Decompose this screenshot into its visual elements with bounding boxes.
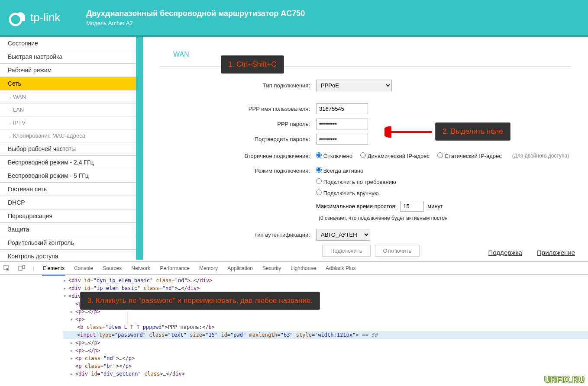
sidebar-item-0[interactable]: Состояние <box>0 37 136 50</box>
inspect-icon[interactable] <box>3 265 10 272</box>
auth-select[interactable]: АВТО_АУТЕН <box>316 229 370 241</box>
footer-links: Поддержка Приложение <box>475 249 575 256</box>
sidebar-item-10[interactable]: Беспроводной режим - 5 ГГц <box>0 169 136 183</box>
ppp-user-input[interactable] <box>316 103 368 114</box>
sidebar-item-9[interactable]: Беспроводной режим - 2,4 ГГц <box>0 156 136 169</box>
sidebar-item-6[interactable]: - IPTV <box>0 116 136 129</box>
sidebar-item-14[interactable]: Защита <box>0 223 136 236</box>
idle-label: Максимальное время простоя: <box>316 203 397 209</box>
svg-rect-5 <box>23 265 25 269</box>
devtools-toolbar: | ElementsConsoleSourcesNetworkPerforman… <box>0 262 588 275</box>
sec-opt-dyn[interactable]: Динамический IP-адрес <box>360 152 430 159</box>
annotation-red-line <box>128 307 128 328</box>
idle-input[interactable] <box>400 201 424 212</box>
product-model: Модель Archer A2 <box>86 20 305 26</box>
devtools-tab-console[interactable]: Console <box>73 262 94 275</box>
sidebar-nav: СостояниеБыстрая настройкаРабочий режимС… <box>0 37 139 260</box>
ppp-pwd-label: PPP пароль: <box>160 121 316 127</box>
mode-always[interactable]: Всегда активно <box>316 167 363 174</box>
sidebar-item-15[interactable]: Родительский контроль <box>0 236 136 250</box>
idle-unit: минут <box>427 203 443 209</box>
ppp-pwd-input[interactable] <box>316 119 368 129</box>
main-content: WAN Тип подключения: PPPoE PPP имя польз… <box>143 37 588 260</box>
app-link[interactable]: Приложение <box>537 249 575 256</box>
sidebar-item-11[interactable]: Гостевая сеть <box>0 183 136 196</box>
tplink-logo-icon <box>9 9 26 26</box>
devtools-tab-application[interactable]: Application <box>226 262 254 275</box>
disconnect-button[interactable]: Отключить <box>375 245 420 257</box>
ppp-pwd2-label: Подтвердить пароль: <box>160 136 316 142</box>
support-link[interactable]: Поддержка <box>488 249 522 256</box>
sidebar-item-8[interactable]: Выбор рабочей частоты <box>0 142 136 156</box>
annotation-1: 1. Ctrl+Shift+C <box>221 55 284 74</box>
devtools-tab-lighthouse[interactable]: Lighthouse <box>290 262 317 275</box>
secondary-note: (Для двойного доступа) <box>512 153 569 159</box>
sidebar-item-3[interactable]: Сеть <box>0 77 136 90</box>
annotation-3: 3. Кликнуть по "password" и переименоват… <box>80 292 320 310</box>
conn-type-label: Тип подключения: <box>160 82 316 89</box>
ppp-pwd2-input[interactable] <box>316 134 368 145</box>
auth-label: Тип аутентификации: <box>160 232 316 238</box>
idle-note: (0 означает, что подключение будет актив… <box>319 215 448 221</box>
header-title-block: Двухдиапазонный беспроводной маршрутизат… <box>86 9 305 26</box>
sidebar-resize-handle[interactable] <box>139 37 143 260</box>
ppp-user-label: PPP имя пользователя: <box>160 106 316 112</box>
devtools-tab-elements[interactable]: Elements <box>42 262 65 276</box>
sidebar-item-5[interactable]: - LAN <box>0 103 136 116</box>
sidebar-item-16[interactable]: Контроль доступа <box>0 250 136 260</box>
devtools-tab-performance[interactable]: Performance <box>159 262 191 275</box>
devtools-tab-memory[interactable]: Memory <box>198 262 219 275</box>
sidebar-item-7[interactable]: - Клонирование MAC-адреса <box>0 129 136 142</box>
device-icon[interactable] <box>18 265 25 272</box>
sidebar-item-2[interactable]: Рабочий режим <box>0 64 136 77</box>
svg-rect-4 <box>19 266 22 270</box>
sec-opt-static[interactable]: Статический IP-адрес <box>437 152 502 159</box>
conn-mode-label: Режим подключения: <box>160 167 316 174</box>
devtools-elements-tree[interactable]: ▸<div id="dyn_ip_elem_basic" class="nd">… <box>0 275 588 377</box>
connect-button[interactable]: Подключить <box>322 245 371 257</box>
app-header: tp-link Двухдиапазонный беспроводной мар… <box>0 0 588 37</box>
devtools-tab-security[interactable]: Security <box>262 262 282 275</box>
watermark: URFIX.RU <box>544 375 585 384</box>
product-title: Двухдиапазонный беспроводной маршрутизат… <box>86 9 305 18</box>
annotation-arrow-icon <box>384 126 434 139</box>
sidebar-item-13[interactable]: Переадресация <box>0 209 136 223</box>
mode-demand[interactable]: Подключить по требованию <box>316 178 396 185</box>
logo: tp-link <box>9 9 60 26</box>
sidebar-item-4[interactable]: - WAN <box>0 90 136 103</box>
svg-point-0 <box>10 14 21 25</box>
devtools-panel: | ElementsConsoleSourcesNetworkPerforman… <box>0 261 588 377</box>
sidebar-item-1[interactable]: Быстрая настройка <box>0 50 136 64</box>
devtools-tab-adblock plus[interactable]: Adblock Plus <box>325 262 356 275</box>
devtools-tab-network[interactable]: Network <box>130 262 151 275</box>
mode-manual[interactable]: Подключить вручную <box>316 190 378 196</box>
conn-type-select[interactable]: PPPoE <box>316 80 392 91</box>
secondary-label: Вторичное подключение: <box>160 153 316 159</box>
logo-text: tp-link <box>30 11 60 24</box>
sidebar-item-12[interactable]: DHCP <box>0 196 136 209</box>
devtools-tab-sources[interactable]: Sources <box>102 262 123 275</box>
sec-opt-off[interactable]: Отключено <box>316 152 352 159</box>
annotation-2: 2. Выделить поле <box>435 122 510 141</box>
